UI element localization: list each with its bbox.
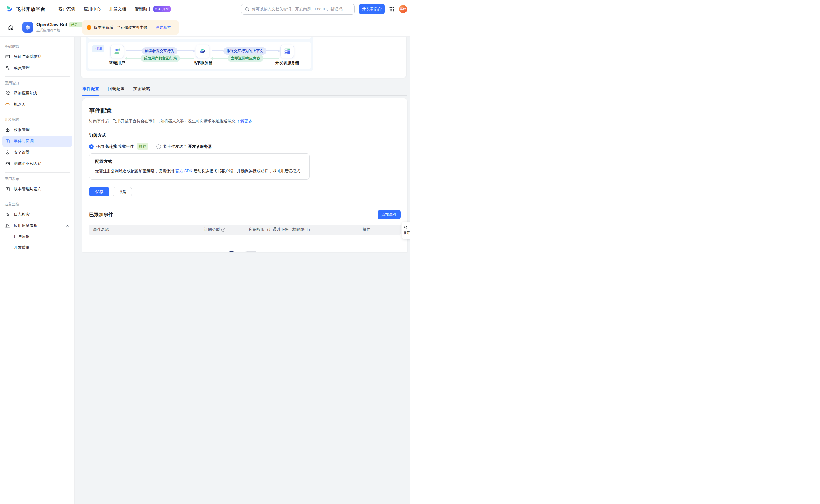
sidebar-item-members[interactable]: 成员管理 — [2, 63, 72, 73]
app-subtitle: 正式应用@军舰 — [36, 28, 82, 33]
recommended-badge: 推荐 — [137, 143, 148, 150]
sidebar-item-credentials[interactable]: 凭证与基础信息 — [2, 51, 72, 62]
learn-more-link[interactable]: 了解更多 — [237, 119, 252, 123]
save-button[interactable]: 保存 — [89, 187, 109, 196]
radio-developer-server[interactable] — [156, 144, 161, 149]
status-badge: 已启用 — [69, 22, 82, 27]
collapse-double-chevron-icon — [403, 225, 408, 229]
page-title: 事件配置 — [89, 107, 401, 114]
app-header: OpenClaw Bot 已启用 正式应用@军舰 ! 版本发布后，当前修改方可生… — [0, 18, 410, 37]
arrow-push-context: 推送交互行为的上下文 — [212, 50, 278, 51]
members-icon — [5, 65, 10, 70]
empty-state-illustration — [224, 242, 266, 252]
developer-server-label: 开发者服务器 — [270, 60, 304, 65]
credential-icon — [5, 54, 10, 59]
home-icon[interactable] — [6, 23, 15, 32]
divider — [17, 23, 17, 31]
nav-app-center[interactable]: 应用中心 — [84, 6, 101, 12]
nav-customer-cases[interactable]: 客户案例 — [58, 6, 75, 12]
sidebar-item-user-feedback[interactable]: 用户反馈 — [2, 232, 72, 242]
feishu-server-label: 飞书服务器 — [186, 60, 220, 65]
developer-console-button[interactable]: 开发者后台 — [359, 4, 385, 14]
top-menu: 客户案例 应用中心 开发文档 智能助手 ✦AI 开发 — [58, 6, 171, 12]
robot-icon — [5, 102, 10, 107]
log-search-icon — [5, 212, 10, 217]
chevron-up-icon[interactable] — [65, 224, 69, 228]
avatar[interactable]: 军舰 — [399, 5, 407, 13]
end-user-icon — [110, 45, 124, 58]
security-shield-icon — [5, 150, 10, 155]
radio-long-connection[interactable] — [89, 144, 94, 149]
column-required-permissions: 所需权限（开通以下任一权限即可） — [249, 227, 363, 232]
tab-event-config[interactable]: 事件配置 — [82, 86, 99, 95]
section-dev-config: 开发配置 — [5, 117, 70, 122]
sidebar-item-log-search[interactable]: 日志检索 — [2, 209, 72, 220]
config-tabs: 事件配置 回调配置 加密策略 — [82, 86, 407, 96]
question-icon[interactable]: ? — [221, 228, 225, 232]
tab-callback-config[interactable]: 回调配置 — [108, 86, 125, 95]
official-sdk-link[interactable]: 官方 SDK — [175, 169, 192, 173]
brand[interactable]: 飞书开放平台 — [6, 5, 45, 13]
empty-state — [89, 242, 401, 252]
column-actions: 操作 — [363, 227, 401, 232]
quality-dashboard-icon — [5, 223, 10, 228]
expand-panel-button[interactable]: 展开 — [402, 222, 410, 239]
column-subscription-type: 订阅类型 ? — [204, 227, 249, 232]
divider — [5, 198, 70, 198]
top-navbar: 飞书开放平台 客户案例 应用中心 开发文档 智能助手 ✦AI 开发 开发者后台 — [0, 0, 410, 18]
config-mode-box: 配置方式 无需注册公网域名或配置加密策略，仅需使用 官方 SDK 启动长连接飞书… — [89, 153, 310, 180]
add-capability-icon — [5, 91, 10, 96]
sidebar-item-add-capability[interactable]: 添加应用能力 — [2, 88, 72, 99]
tab-encryption-strategy[interactable]: 加密策略 — [133, 86, 150, 95]
create-version-link[interactable]: 创建版本 — [156, 25, 171, 30]
diagram-panel: 回调 终端用户 飞书服务器 — [86, 37, 314, 71]
sidebar-item-permissions[interactable]: 权限管理 — [2, 125, 72, 135]
sidebar-item-security[interactable]: 安全设置 — [2, 147, 72, 158]
brand-title: 飞书开放平台 — [16, 6, 45, 12]
end-user-label: 终端用户 — [100, 60, 134, 65]
grid-apps-icon[interactable] — [389, 6, 394, 12]
ai-dev-badge[interactable]: ✦AI 开发 — [153, 6, 171, 12]
section-app-capability: 应用能力 — [5, 81, 70, 86]
sidebar-item-quality-dashboard[interactable]: 应用质量看板 — [2, 220, 72, 231]
added-events-title: 已添加事件 — [89, 211, 113, 218]
nav-ai-assistant[interactable]: 智能助手 ✦AI 开发 — [134, 6, 171, 12]
feishu-server-icon — [196, 45, 210, 58]
arrow-return-response-label: 立即返回响应内容 — [228, 55, 263, 62]
add-event-button[interactable]: 添加事件 — [378, 210, 401, 219]
event-callback-icon — [5, 139, 10, 144]
callback-diagram-card: 回调 终端用户 飞书服务器 — [81, 37, 406, 78]
arrow-push-context-label: 推送交互行为的上下文 — [224, 47, 266, 55]
expand-label: 展开 — [403, 231, 410, 235]
warning-text: 版本发布后，当前修改方可生效 — [94, 25, 147, 30]
sidebar-item-bot[interactable]: 机器人 — [2, 99, 72, 110]
event-config-card: 事件配置 订阅事件后，飞书开放平台将会在事件（如机器人入群）发生时向请求地址推送… — [82, 98, 407, 252]
sidebar-item-version-release[interactable]: 版本管理与发布 — [2, 184, 72, 194]
page-description: 订阅事件后，飞书开放平台将会在事件（如机器人入群）发生时向请求地址推送消息 了解… — [89, 119, 401, 124]
arrow-return-response: 立即返回响应内容 — [212, 58, 279, 59]
subscription-options: 使用 长连接 接收事件 推荐 将事件发送至 开发者服务器 — [89, 143, 401, 150]
sidebar-item-events-callbacks[interactable]: 事件与回调 — [2, 136, 72, 147]
app-icon[interactable] — [22, 22, 33, 33]
section-ops-monitoring: 运营监控 — [5, 202, 70, 207]
sidebar-item-dev-quality[interactable]: 开发质量 — [2, 242, 72, 252]
sidebar-item-test-company[interactable]: 测试企业和人员 — [2, 158, 72, 169]
test-company-icon — [5, 161, 10, 166]
arrow-trigger-label: 触发特定交互行为 — [142, 47, 177, 55]
divider — [5, 113, 70, 113]
column-event-name: 事件名称 — [89, 227, 204, 232]
config-mode-title: 配置方式 — [95, 159, 304, 164]
subscription-mode-title: 订阅方式 — [89, 133, 401, 138]
arrow-feedback: 反馈用户的交互行为 — [127, 58, 194, 59]
global-search[interactable] — [241, 4, 355, 15]
search-input[interactable] — [252, 7, 351, 11]
event-diagram-row-cutoff — [88, 37, 311, 39]
warning-icon: ! — [87, 25, 91, 30]
sidebar: 基础信息 凭证与基础信息 成员管理 应用能力 添加应用能力 — [0, 37, 75, 252]
arrow-feedback-label: 反馈用户的交互行为 — [141, 55, 180, 62]
arrow-trigger: 触发特定交互行为 — [126, 50, 193, 51]
version-warning-banner: ! 版本发布后，当前修改方可生效 创建版本 — [82, 20, 178, 35]
nav-dev-docs[interactable]: 开发文档 — [109, 6, 126, 12]
cancel-button[interactable]: 取消 — [113, 187, 132, 196]
callback-tag: 回调 — [92, 45, 104, 52]
